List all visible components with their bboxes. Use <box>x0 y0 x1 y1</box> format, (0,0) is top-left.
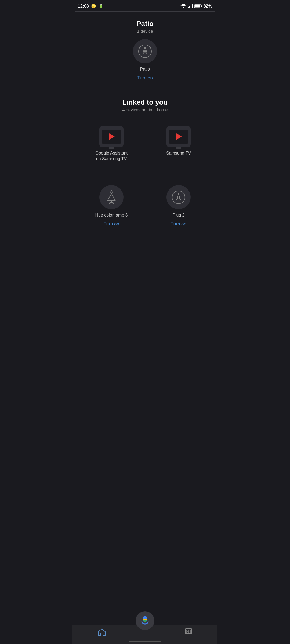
svg-rect-6 <box>195 5 200 8</box>
hue-lamp-label: Hue color lamp 3 <box>95 213 128 218</box>
linked-devices-row2: Hue color lamp 3 Turn on Plug 2 Turn on <box>73 174 218 239</box>
status-bar: 12:03 🪙 🔋 82% <box>73 0 218 11</box>
icon2: 🔋 <box>98 4 103 9</box>
patio-device-label: Patio <box>140 67 150 72</box>
svg-point-16 <box>172 191 185 204</box>
svg-rect-2 <box>191 5 191 8</box>
svg-rect-9 <box>143 50 145 53</box>
lamp-icon <box>104 189 119 206</box>
patio-section-header: Patio 1 device <box>73 12 218 36</box>
patio-device: Patio Turn on <box>73 36 218 87</box>
linked-title: Linked to you <box>78 98 212 107</box>
device-google-assistant-tv: Google Assistant on Samsung TV <box>78 120 145 169</box>
svg-point-17 <box>178 193 179 195</box>
device-plug2: Plug 2 Turn on <box>145 180 212 233</box>
samsung-tv-label: Samsung TV <box>166 151 191 156</box>
patio-device-icon-wrap <box>133 39 157 63</box>
svg-rect-18 <box>177 196 178 199</box>
plug2-turn-on-button[interactable]: Turn on <box>171 220 186 228</box>
plug2-icon <box>172 190 186 204</box>
patio-subtitle: 1 device <box>78 29 212 34</box>
hue-lamp-turn-on-button[interactable]: Turn on <box>104 220 119 228</box>
lamp-icon-wrap <box>99 185 124 209</box>
wifi-icon <box>180 4 186 8</box>
icon1: 🪙 <box>91 4 96 9</box>
signal-icon <box>188 4 193 8</box>
play-icon-1 <box>109 133 115 140</box>
tv-screen-2 <box>169 130 188 144</box>
svg-point-8 <box>144 47 146 49</box>
device-samsung-tv: Samsung TV <box>145 120 212 169</box>
patio-turn-on-button[interactable]: Turn on <box>137 74 153 82</box>
tv-stand-2 <box>176 147 181 149</box>
tv-stand-1 <box>109 147 114 149</box>
google-tv-label: Google Assistant on Samsung TV <box>95 151 128 162</box>
svg-rect-3 <box>192 4 193 8</box>
tv-icon-wrap-1 <box>99 126 124 147</box>
bottom-padding <box>73 239 218 276</box>
tv-icon-wrap-2 <box>166 126 191 147</box>
linked-section-header: Linked to you 4 devices not in a home <box>73 90 218 115</box>
tv-screen-1 <box>102 130 121 144</box>
svg-rect-0 <box>188 7 189 8</box>
svg-rect-19 <box>179 196 180 199</box>
svg-rect-10 <box>145 50 147 53</box>
svg-rect-5 <box>201 5 202 7</box>
play-icon-2 <box>176 133 182 140</box>
status-time: 12:03 <box>78 4 89 9</box>
plug2-label: Plug 2 <box>172 213 184 218</box>
plug2-icon-wrap <box>166 185 191 209</box>
section-divider <box>75 87 215 87</box>
svg-marker-12 <box>108 193 115 200</box>
outlet-icon <box>138 44 152 58</box>
linked-subtitle: 4 devices not in a home <box>78 108 212 112</box>
svg-point-11 <box>110 191 113 193</box>
svg-point-7 <box>139 45 151 58</box>
linked-section: Linked to you 4 devices not in a home Go… <box>73 90 218 239</box>
linked-devices-row1: Google Assistant on Samsung TV Samsung T… <box>73 115 218 175</box>
battery-percent: 82% <box>204 4 212 9</box>
device-hue-lamp: Hue color lamp 3 Turn on <box>78 180 145 233</box>
status-left: 12:03 🪙 🔋 <box>78 4 103 9</box>
battery-icon <box>194 4 202 8</box>
patio-title: Patio <box>78 20 212 28</box>
svg-rect-1 <box>189 6 190 8</box>
status-right: 82% <box>180 4 212 9</box>
